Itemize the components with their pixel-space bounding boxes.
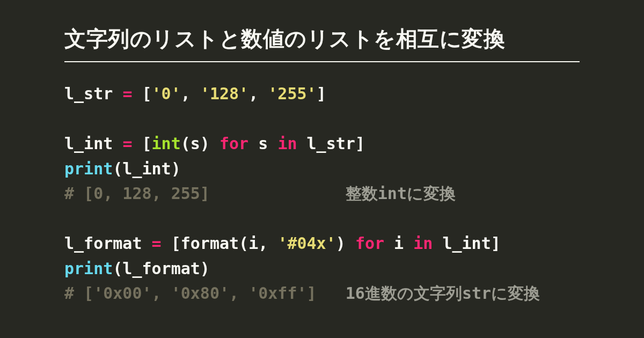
code-token: l_int bbox=[433, 234, 491, 253]
code-token: l_format bbox=[64, 234, 152, 253]
code-token: ) bbox=[336, 234, 355, 253]
code-token: (s) bbox=[181, 134, 219, 153]
code-token: i bbox=[384, 234, 413, 253]
code-token: (l_int) bbox=[113, 159, 180, 178]
code-token: ] bbox=[491, 234, 501, 253]
code-token: , bbox=[248, 84, 268, 103]
page-title: 文字列のリストと数値のリストを相互に変換 bbox=[64, 24, 580, 62]
code-token: '128' bbox=[200, 84, 248, 103]
code-line: print(l_int) bbox=[64, 157, 580, 182]
code-token: print bbox=[64, 259, 113, 278]
code-line: l_str = ['0', '128', '255'] bbox=[64, 82, 580, 107]
code-line: # ['0x00', '0x80', '0xff'] 16進数の文字列strに変… bbox=[64, 281, 580, 306]
code-token: = bbox=[122, 134, 132, 153]
code-token: l_str bbox=[64, 84, 122, 103]
code-token: = bbox=[122, 84, 132, 103]
code-line: l_format = [format(i, '#04x') for i in l… bbox=[64, 231, 580, 256]
code-token: 16進数の文字列strに変換 bbox=[346, 284, 540, 303]
code-token: [format(i, bbox=[162, 234, 278, 253]
code-token: print bbox=[64, 159, 113, 178]
code-token: ] bbox=[355, 134, 365, 153]
code-token: ] bbox=[317, 84, 326, 103]
code-token: = bbox=[152, 234, 162, 253]
code-token: [ bbox=[132, 84, 151, 103]
code-token: [ bbox=[132, 134, 151, 153]
code-token: l_int bbox=[64, 134, 122, 153]
code-token: in bbox=[277, 134, 297, 153]
code-token: l_str bbox=[297, 134, 355, 153]
code-token: (l_format) bbox=[113, 259, 210, 278]
code-line: # [0, 128, 255] 整数intに変換 bbox=[64, 181, 580, 207]
code-token: '255' bbox=[268, 84, 316, 103]
code-token: '0' bbox=[152, 84, 181, 103]
code-token: '#04x' bbox=[277, 234, 335, 253]
code-token: 整数intに変換 bbox=[346, 184, 456, 203]
code-line: print(l_format) bbox=[64, 256, 580, 282]
code-snippet: l_str = ['0', '128', '255'] l_int = [int… bbox=[64, 82, 580, 306]
code-token: in bbox=[413, 234, 433, 253]
code-token: # ['0x00', '0x80', '0xff'] bbox=[64, 284, 346, 303]
code-line bbox=[64, 107, 580, 132]
code-token: for bbox=[355, 234, 384, 253]
code-token: int bbox=[152, 134, 181, 153]
code-token: # [0, 128, 255] bbox=[64, 184, 346, 203]
code-token: s bbox=[248, 134, 277, 153]
code-line bbox=[64, 207, 580, 232]
code-token: for bbox=[219, 134, 248, 153]
code-line: l_int = [int(s) for s in l_str] bbox=[64, 131, 580, 157]
code-token: , bbox=[181, 84, 200, 103]
